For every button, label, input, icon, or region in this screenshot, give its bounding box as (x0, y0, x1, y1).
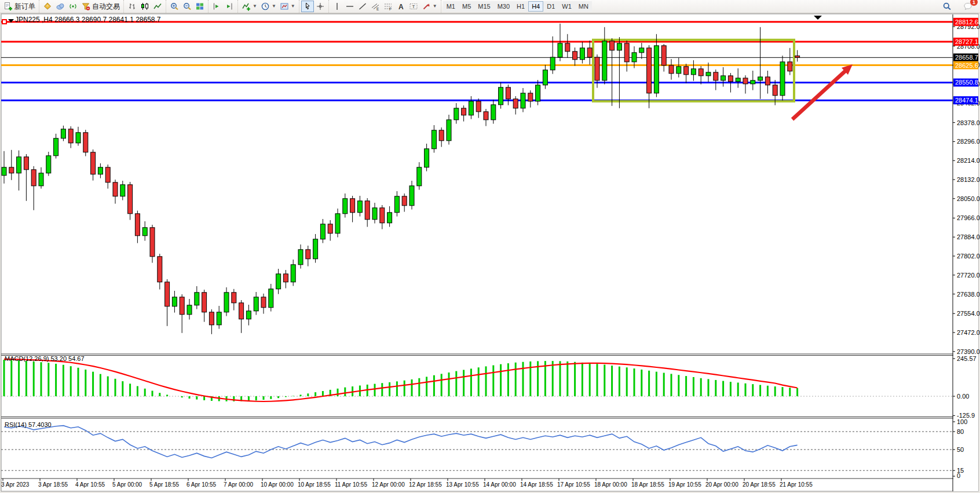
chart-canvas[interactable]: 28792.028708.028626.028544.028462.028378… (0, 0, 980, 493)
text-tool-button[interactable]: A (394, 1, 407, 12)
timeframe-w1[interactable]: W1 (558, 1, 575, 12)
chevron-down-icon: ▼ (272, 4, 276, 9)
time-label: 5 Apr 18:55 (149, 481, 180, 488)
chevron-down-icon: ▼ (433, 4, 437, 9)
tile-windows-button[interactable] (193, 1, 206, 12)
zoom-in-icon (170, 2, 179, 11)
search-icon (942, 2, 952, 11)
time-label: 21 Apr 10:55 (780, 481, 813, 488)
timeframe-h4[interactable]: H4 (528, 1, 543, 12)
timeframe-m15[interactable]: M15 (474, 1, 493, 12)
vline-icon (332, 2, 342, 11)
candle-body (380, 208, 385, 223)
autotrading-button[interactable]: 自动交易 (79, 1, 122, 12)
time-label: 20 Apr 00:00 (705, 481, 738, 488)
bars-icon (127, 2, 137, 11)
candle-body (780, 62, 785, 96)
zoom-out-icon (182, 2, 192, 11)
candle-body (98, 167, 103, 174)
candle-body (728, 76, 733, 82)
signals-button[interactable] (67, 1, 79, 12)
candle-body (180, 297, 184, 315)
label-tool-button[interactable]: T (407, 1, 420, 12)
candle-body (736, 78, 740, 82)
candle-body (765, 77, 770, 85)
candle-body (269, 289, 273, 308)
shift-end-icon (212, 2, 221, 11)
cloud-icon (56, 2, 65, 11)
arrows-tool-button[interactable]: ▼ (420, 1, 439, 12)
candle-body (187, 305, 192, 315)
candle-body (550, 57, 555, 70)
candle-body (113, 182, 118, 196)
bar-chart-button[interactable] (126, 1, 138, 12)
candle-body (447, 120, 451, 141)
timeframe-m1[interactable]: M1 (443, 1, 459, 12)
timeframe-d1[interactable]: D1 (543, 1, 558, 12)
search-button[interactable] (941, 1, 953, 12)
chart-shift-button[interactable] (210, 1, 223, 12)
time-label: 12 Apr 18:55 (409, 481, 442, 488)
auto-scroll-button[interactable] (223, 1, 236, 12)
candle-body (795, 56, 800, 57)
candle-body (313, 239, 318, 259)
arrows-icon (422, 2, 431, 11)
candle-body (610, 41, 615, 50)
candle-body (17, 157, 21, 173)
candle-body (409, 186, 414, 206)
timeframe-mn[interactable]: MN (575, 1, 592, 12)
line-chart-button[interactable] (151, 1, 164, 12)
candlestick-chart-button[interactable] (138, 1, 151, 12)
candle-body (357, 201, 362, 213)
line-anchor-handle[interactable] (2, 20, 6, 24)
cursor-tool-button[interactable] (301, 1, 314, 12)
price-tick-label: 27638.0 (957, 291, 980, 298)
candle-body (432, 130, 436, 149)
timeframe-h1[interactable]: H1 (513, 1, 528, 12)
candle-body (543, 70, 547, 85)
candle-body (639, 48, 644, 53)
price-tick-label: 27472.0 (957, 329, 980, 336)
vertical-line-tool-button[interactable] (331, 1, 343, 12)
periods-button[interactable]: ▼ (259, 1, 278, 12)
zoom-in-button[interactable] (168, 1, 181, 12)
horizontal-line-tool-button[interactable] (343, 1, 356, 12)
fibonacci-tool-button[interactable]: F (382, 1, 394, 12)
trend-icon (358, 2, 367, 11)
candle-body (788, 62, 792, 71)
candle-body (417, 167, 422, 186)
time-label: 11 Apr 10:55 (335, 481, 367, 488)
templates-button[interactable]: ▼ (278, 1, 297, 12)
toolbar-group (123, 0, 166, 13)
publisher-button[interactable] (54, 1, 67, 12)
channel-tool-button[interactable]: E (369, 1, 382, 12)
candle-body (484, 112, 488, 120)
autoscroll-icon (225, 2, 234, 11)
candle-body (632, 53, 637, 62)
new-order-button[interactable]: 新订单 (2, 1, 37, 12)
timeframe-m30[interactable]: M30 (494, 1, 513, 12)
candle-body (624, 43, 629, 62)
candle-body (499, 87, 503, 105)
crosshair-icon (316, 2, 325, 11)
price-tick-label: 27884.0 (957, 233, 980, 240)
macd-axis-label: 0.00 (957, 393, 969, 400)
candle-body (721, 76, 726, 81)
candle-body (239, 303, 244, 319)
crosshair-tool-button[interactable] (314, 1, 327, 12)
time-label: 3 Apr 18:55 (38, 481, 68, 488)
paint-bucket-button[interactable] (41, 1, 54, 12)
candle-body (261, 297, 266, 308)
price-badge-label: 28727.1 (955, 38, 978, 45)
chat-button[interactable]: 1 (961, 1, 974, 12)
candle-body (513, 99, 518, 108)
candle-body (83, 133, 88, 152)
zoom-out-button[interactable] (181, 1, 193, 12)
signal-icon (68, 2, 78, 11)
price-axis[interactable]: 28792.028708.028626.028544.028462.028378… (953, 14, 980, 491)
candle-body (291, 265, 295, 282)
timeframe-m5[interactable]: M5 (459, 1, 474, 12)
trendline-tool-button[interactable] (356, 1, 369, 12)
indicators-button[interactable]: ▼ (240, 1, 259, 12)
toolbar-left: 新订单自动交易▼▼▼EFAT▼M1M5M15M30H1H4D1W1MN (0, 0, 594, 13)
